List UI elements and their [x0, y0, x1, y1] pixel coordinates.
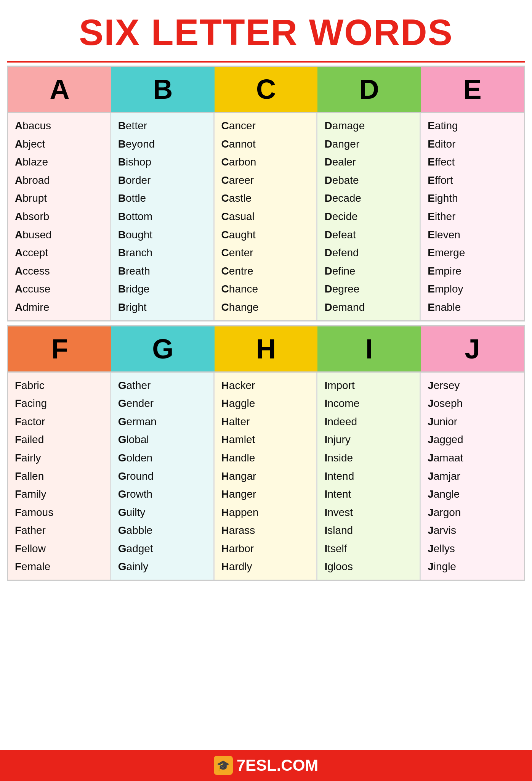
section-ae: ABCDE AbacusAbjectAblazeAbroadAbruptAbso…: [7, 66, 525, 321]
word-column-3: ImportIncomeIndeedInjuryInsideIntendInte…: [317, 373, 421, 580]
word-item: Hacker: [221, 376, 310, 395]
word-item: Jamaat: [428, 449, 517, 467]
word-item: Guilty: [118, 503, 207, 522]
word-item: Family: [15, 485, 103, 503]
word-item: Igloos: [324, 558, 413, 576]
word-item: Beyond: [118, 135, 207, 153]
word-item: Hangar: [221, 467, 310, 485]
header-cell-i: I: [317, 326, 421, 371]
word-item: Bought: [118, 226, 207, 244]
word-column-3: DamageDangerDealerDebateDecadeDecideDefe…: [317, 113, 421, 320]
word-item: Jagged: [428, 431, 517, 449]
word-item: Damage: [324, 117, 413, 135]
word-item: Bottle: [118, 189, 207, 207]
border-divider: [7, 61, 525, 63]
word-item: Intent: [324, 485, 413, 503]
header-cell-h: H: [215, 326, 318, 371]
header-cell-a: A: [8, 67, 111, 112]
word-item: Itself: [324, 540, 413, 558]
words-row-ae: AbacusAbjectAblazeAbroadAbruptAbsorbAbus…: [8, 112, 524, 320]
word-item: Accuse: [15, 280, 103, 298]
word-column-2: HackerHaggleHalterHamletHandleHangarHang…: [215, 373, 318, 580]
word-item: Bridge: [118, 280, 207, 298]
word-item: Failed: [15, 431, 103, 449]
word-item: Demand: [324, 298, 413, 317]
word-item: Gather: [118, 376, 207, 395]
word-item: Father: [15, 521, 103, 540]
word-item: Golden: [118, 449, 207, 467]
word-item: Gender: [118, 394, 207, 413]
word-item: Abused: [15, 226, 103, 244]
word-item: Accept: [15, 244, 103, 262]
content-area: ABCDE AbacusAbjectAblazeAbroadAbruptAbso…: [0, 66, 532, 746]
word-item: Invest: [324, 503, 413, 522]
word-item: Abacus: [15, 117, 103, 135]
header-cell-e: E: [421, 67, 524, 112]
word-item: Jamjar: [428, 467, 517, 485]
word-item: Island: [324, 521, 413, 540]
word-item: Halter: [221, 413, 310, 431]
word-item: Jangle: [428, 485, 517, 503]
word-item: Change: [221, 298, 310, 317]
brand-name: 7ESL.COM: [237, 756, 319, 775]
header-row-fj: FGHIJ: [8, 326, 524, 371]
word-item: Casual: [221, 207, 310, 226]
header-cell-b: B: [111, 67, 215, 112]
page-title: SIX LETTER WORDS: [8, 11, 524, 53]
word-item: Gainly: [118, 558, 207, 576]
word-item: Editor: [428, 135, 517, 153]
header-cell-d: D: [317, 67, 421, 112]
word-item: Define: [324, 262, 413, 280]
word-item: Castle: [221, 189, 310, 207]
word-item: Inside: [324, 449, 413, 467]
word-item: Gabble: [118, 521, 207, 540]
word-column-0: AbacusAbjectAblazeAbroadAbruptAbsorbAbus…: [8, 113, 111, 320]
word-item: Employ: [428, 280, 517, 298]
words-row-fj: FabricFacingFactorFailedFairlyFallenFami…: [8, 371, 524, 580]
word-item: Better: [118, 117, 207, 135]
word-item: Bright: [118, 298, 207, 317]
word-item: Growth: [118, 485, 207, 503]
word-item: Decide: [324, 207, 413, 226]
word-item: Hanger: [221, 485, 310, 503]
word-item: Effort: [428, 171, 517, 190]
word-item: Joseph: [428, 394, 517, 413]
footer-logo: 🎓 7ESL.COM: [214, 756, 319, 775]
word-column-4: EatingEditorEffectEffortEighthEitherElev…: [421, 113, 524, 320]
word-item: Eleven: [428, 226, 517, 244]
word-item: Ablaze: [15, 153, 103, 171]
word-item: Defeat: [324, 226, 413, 244]
title-area: SIX LETTER WORDS: [0, 0, 532, 61]
word-item: Chance: [221, 280, 310, 298]
word-item: Famous: [15, 503, 103, 522]
word-item: Defend: [324, 244, 413, 262]
word-item: Jellys: [428, 540, 517, 558]
word-item: Carbon: [221, 153, 310, 171]
word-item: Global: [118, 431, 207, 449]
word-item: Breath: [118, 262, 207, 280]
word-column-1: BetterBeyondBishopBorderBottleBottomBoug…: [111, 113, 215, 320]
word-item: Degree: [324, 280, 413, 298]
word-item: Female: [15, 558, 103, 576]
word-item: Fairly: [15, 449, 103, 467]
header-cell-c: C: [215, 67, 318, 112]
word-item: Injury: [324, 431, 413, 449]
word-item: Gadget: [118, 540, 207, 558]
header-cell-f: F: [8, 326, 111, 371]
section-fj: FGHIJ FabricFacingFactorFailedFairlyFall…: [7, 325, 525, 581]
word-item: Branch: [118, 244, 207, 262]
word-item: Fallen: [15, 467, 103, 485]
word-item: Cannot: [221, 135, 310, 153]
word-item: Emerge: [428, 244, 517, 262]
word-item: Eating: [428, 117, 517, 135]
word-item: Facing: [15, 394, 103, 413]
word-item: Access: [15, 262, 103, 280]
word-item: Indeed: [324, 413, 413, 431]
word-item: Abroad: [15, 171, 103, 190]
word-item: Haggle: [221, 394, 310, 413]
word-column-1: GatherGenderGermanGlobalGoldenGroundGrow…: [111, 373, 215, 580]
header-row-ae: ABCDE: [8, 67, 524, 112]
word-item: Centre: [221, 262, 310, 280]
word-item: Junior: [428, 413, 517, 431]
word-item: Admire: [15, 298, 103, 317]
